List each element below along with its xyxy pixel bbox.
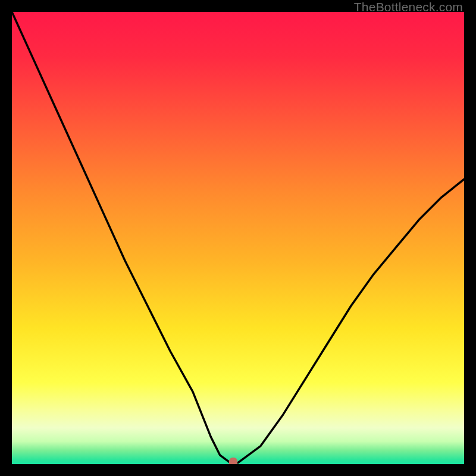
optimum-marker (229, 458, 237, 464)
chart-container: TheBottleneck.com (0, 0, 476, 476)
bottleneck-curve (12, 12, 464, 464)
plot-area (12, 12, 464, 464)
